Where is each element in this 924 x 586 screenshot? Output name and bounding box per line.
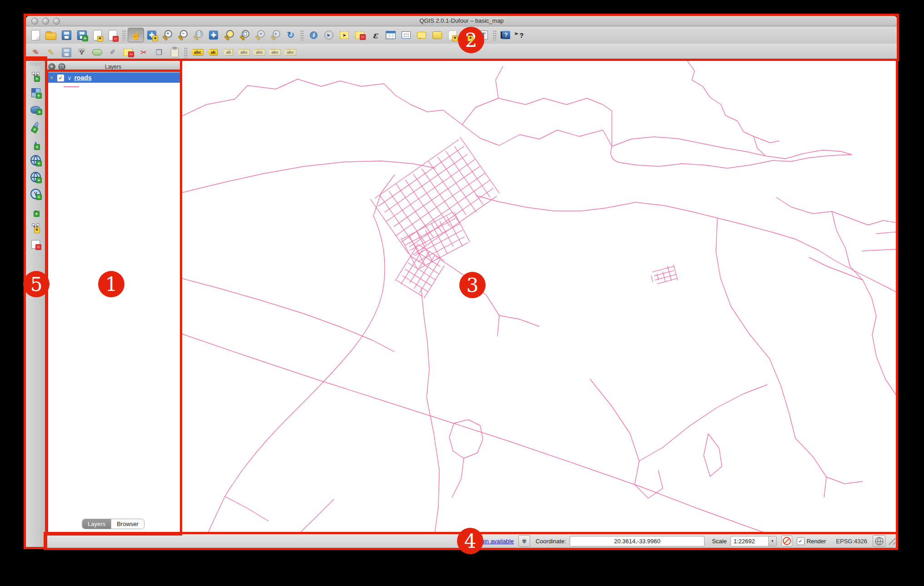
show-bookmarks-button[interactable]: ✱ <box>445 28 460 42</box>
map-tips-button[interactable] <box>414 28 429 42</box>
new-print-composer-button[interactable]: ✱ <box>89 28 105 42</box>
add-wms-layer-button[interactable]: + <box>28 153 44 167</box>
add-vector-layer-button[interactable]: V+ <box>28 69 44 83</box>
show-bookmarks-icon: ✱ <box>448 30 457 40</box>
toolbar-separator[interactable] <box>492 30 497 40</box>
crs-status: EPSG:4326 <box>836 538 867 545</box>
rotate-label-button[interactable]: abc <box>267 45 282 59</box>
status-bar: new plugin available ✾ Coordinate: 20.36… <box>45 532 897 549</box>
layer-visibility-checkbox[interactable]: ✓ <box>57 74 65 82</box>
zoom-next-button[interactable]: ▸ <box>268 28 283 42</box>
zoom-out-button[interactable]: − <box>175 28 190 42</box>
text-annotation-button[interactable]: T <box>476 28 491 42</box>
resize-grip[interactable] <box>888 537 895 545</box>
delete-selected-button[interactable]: − <box>120 45 136 59</box>
map-refresh-button[interactable]: ↻ <box>283 28 298 42</box>
pin-label-icon: ab <box>208 49 218 55</box>
add-delimited-text-layer-button[interactable]: ,+ <box>28 204 44 217</box>
chevron-down-icon[interactable]: ▼ <box>768 536 776 546</box>
pan-map-to-selection-button[interactable]: ✚✱ <box>144 28 159 42</box>
layers-panel-title: Layers <box>45 64 181 70</box>
run-feature-action-button[interactable]: ▶ <box>321 28 337 42</box>
window-title: QGIS 2.0.1-Dufour – basic_map <box>26 17 897 24</box>
new-shapefile-layer-button[interactable]: V✱ <box>28 220 44 234</box>
zoom-full-button[interactable]: ✚ <box>206 28 221 42</box>
paste-features-button[interactable] <box>167 45 182 59</box>
add-wcs-layer-button[interactable]: + <box>28 170 44 184</box>
tab-browser[interactable]: Browser <box>111 519 144 529</box>
globe-icon <box>875 537 884 546</box>
deselect-features-button[interactable]: − <box>352 28 368 42</box>
toolbar-separator[interactable] <box>122 30 126 40</box>
measure-line-button[interactable]: ε <box>368 28 383 42</box>
add-wfs-layer-button[interactable]: V+ <box>28 187 44 200</box>
toolbar-separator[interactable] <box>300 30 304 40</box>
delete-selected-icon: − <box>124 49 133 56</box>
zoom-last-button[interactable]: ◂ <box>252 28 268 42</box>
stop-render-icon[interactable] <box>781 536 792 546</box>
zoom-native-button[interactable]: 1:1 <box>190 28 206 42</box>
show-hide-labels-button[interactable]: abc <box>236 45 251 59</box>
add-spatialite-layer-button[interactable]: + <box>28 120 44 133</box>
add-feature-button[interactable]: V <box>74 45 89 59</box>
node-tool-button[interactable]: ✐ <box>105 45 120 59</box>
disclosure-triangle-icon[interactable]: ▼ <box>49 75 54 80</box>
rotate-label-icon: abc <box>268 49 281 55</box>
render-checkbox[interactable]: ✓ <box>797 537 805 545</box>
add-raster-layer-icon: + <box>31 88 40 97</box>
unpin-labels-icon: ab <box>223 49 233 55</box>
toolbar-drag-handle[interactable] <box>30 62 42 66</box>
toggle-editing-button[interactable]: ✎ <box>43 45 59 59</box>
map-canvas[interactable] <box>181 61 897 533</box>
current-edits-button[interactable]: ✎✎ <box>28 45 43 59</box>
layer-item-roads[interactable]: ▼ ✓ ∨ roads <box>45 73 181 83</box>
field-calculator-icon <box>402 31 411 39</box>
new-project-button[interactable] <box>28 28 43 42</box>
save-project-icon <box>62 30 71 40</box>
change-label-button[interactable]: abc <box>282 45 298 59</box>
zoom-to-layer-button[interactable]: ▢ <box>237 28 252 42</box>
new-plugin-link[interactable]: new plugin available <box>461 538 514 545</box>
new-bookmark-button[interactable] <box>429 28 445 42</box>
pin-label-button[interactable]: ab <box>205 45 220 59</box>
pan-map-button[interactable]: ☝ <box>128 28 144 42</box>
identify-features-button[interactable]: i <box>306 28 321 42</box>
composer-manager-button[interactable]: − <box>105 28 120 42</box>
remove-layer-button[interactable]: − <box>28 237 44 251</box>
plugin-icon[interactable]: ✾ <box>518 535 530 547</box>
add-raster-layer-button[interactable]: + <box>28 86 44 100</box>
add-postgis-layer-button[interactable]: + <box>28 103 44 116</box>
open-project-button[interactable] <box>43 28 59 42</box>
move-feature-button[interactable] <box>89 45 105 59</box>
map-refresh-icon: ↻ <box>287 30 295 40</box>
save-project-button[interactable] <box>59 28 74 42</box>
scale-combobox[interactable]: 1:22692 ▼ <box>730 536 777 546</box>
add-mssql-layer-button[interactable]: ◗+ <box>28 136 44 150</box>
save-layer-edits-button[interactable] <box>59 45 74 59</box>
pan-map-to-selection-icon: ✚✱ <box>147 30 156 40</box>
zoom-to-selection-button[interactable] <box>221 28 237 42</box>
show-hide-labels-icon: abc <box>237 49 250 55</box>
unpin-labels-button[interactable]: ab <box>220 45 236 59</box>
cut-features-icon: ✂ <box>140 48 147 57</box>
open-attribute-table-button[interactable] <box>383 28 398 42</box>
whats-this-icon: ? <box>519 31 523 39</box>
tab-layers[interactable]: Layers <box>82 519 111 529</box>
coordinate-field[interactable]: 20.3614,-33.9960 <box>570 536 705 546</box>
field-calculator-button[interactable] <box>398 28 414 42</box>
crs-status-button[interactable] <box>873 535 885 547</box>
form-annotation-button[interactable]: ✱ <box>460 28 476 42</box>
scale-value: 1:22692 <box>731 538 768 545</box>
copy-features-button[interactable]: ❐ <box>151 45 167 59</box>
toolbar-separator[interactable] <box>184 47 188 58</box>
help-contents-button[interactable]: ? <box>498 28 514 42</box>
zoom-in-button[interactable]: + <box>159 28 175 42</box>
save-project-as-button[interactable]: + <box>74 28 89 42</box>
whats-this-button[interactable]: ? <box>514 28 529 42</box>
add-feature-icon: V <box>79 49 84 56</box>
cut-features-button[interactable]: ✂ <box>136 45 151 59</box>
labeling-options-button[interactable]: abc <box>189 45 205 59</box>
select-features-button[interactable]: ➤ <box>337 28 352 42</box>
move-label-button[interactable]: abc <box>251 45 267 59</box>
remove-layer-icon: − <box>31 240 40 249</box>
